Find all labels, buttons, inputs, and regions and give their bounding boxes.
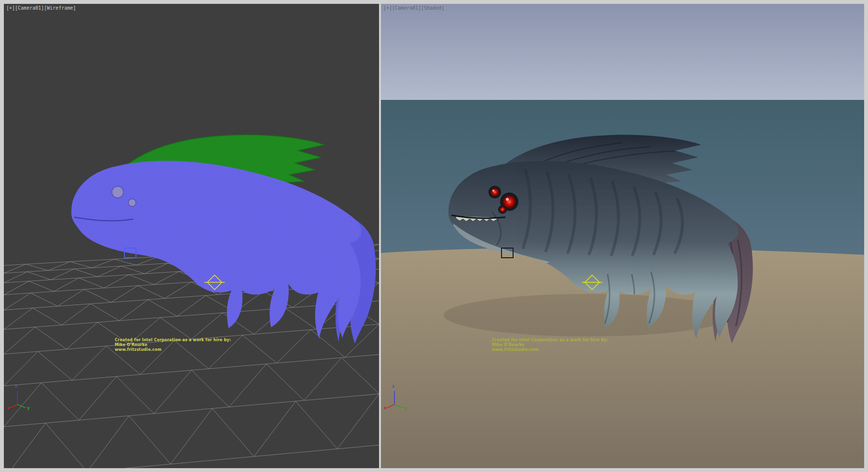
viewport-label: [+][Camera01][Shaded] [383, 5, 444, 11]
viewport-menu-general[interactable]: [+] [6, 5, 15, 11]
wireframe-scene [4, 4, 379, 468]
fish-eye-red [500, 207, 505, 212]
viewport-menu-shading[interactable]: [Wireframe] [44, 5, 76, 11]
shaded-scene [381, 4, 864, 468]
viewport-shaded[interactable]: [+][Camera01][Shaded] [381, 4, 864, 468]
eye-highlight [492, 190, 494, 192]
fish-model-wireframe[interactable] [71, 135, 376, 344]
axis-z-label: z [15, 384, 17, 389]
credit-line: Created for Intel Corporation as a work … [115, 338, 231, 343]
sky [381, 4, 864, 100]
credit-text: Created for Intel Corporation as a work … [492, 338, 608, 352]
axis-tripod: z x y [385, 385, 409, 411]
axis-x-line [10, 404, 17, 408]
fish-eye [112, 186, 123, 198]
credit-line: Mike O'Rourke [492, 343, 608, 347]
axis-y-label: y [27, 405, 30, 410]
axis-x-line [387, 404, 394, 408]
axis-y-line [17, 404, 26, 408]
credit-text: Created for Intel Corporation as a work … [115, 338, 231, 352]
axis-x-label: x [7, 405, 10, 410]
fish-eye-red [490, 188, 499, 196]
viewport-menu-shading[interactable]: [Shaded] [421, 5, 444, 11]
axis-z-label: z [392, 384, 394, 389]
credit-line: Created for Intel Corporation as a work … [492, 338, 608, 343]
max-viewport-area: [+][Camera01][Wireframe] [0, 0, 868, 472]
fish-eye-red [502, 195, 516, 208]
axis-tripod: z x y [8, 385, 32, 411]
credit-line: www.fritzstudio.com [492, 347, 608, 352]
axis-x-label: x [384, 405, 387, 410]
viewport-menu-pov[interactable]: [Camera01] [15, 5, 44, 11]
fish-eye [128, 199, 136, 207]
viewport-menu-general[interactable]: [+] [383, 5, 392, 11]
eye-highlight [506, 198, 509, 201]
credit-line: Mike O'Rourke [115, 343, 231, 347]
viewport-menu-pov[interactable]: [Camera01] [392, 5, 421, 11]
axis-y-label: y [404, 405, 407, 410]
credit-line: www.fritzstudio.com [115, 347, 231, 352]
axis-y-line [394, 404, 403, 408]
viewport-label: [+][Camera01][Wireframe] [6, 5, 76, 11]
fish-shadow [444, 294, 733, 336]
viewport-wireframe[interactable]: [+][Camera01][Wireframe] [4, 4, 379, 468]
